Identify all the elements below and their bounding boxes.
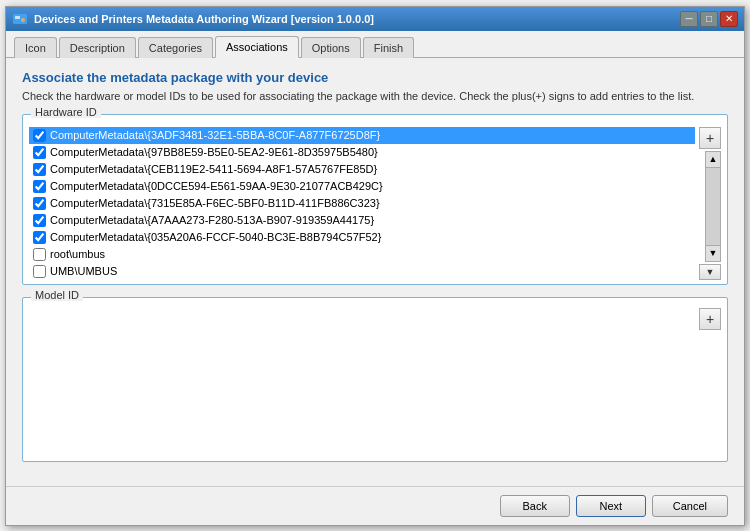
back-button[interactable]: Back <box>500 495 570 517</box>
hardware-scrollbar[interactable]: ▲ ▼ <box>705 151 721 262</box>
model-id-add-button[interactable]: + <box>699 308 721 330</box>
close-button[interactable]: ✕ <box>720 11 738 27</box>
tab-associations[interactable]: Associations <box>215 36 299 58</box>
hardware-list-item[interactable]: root\umbus <box>29 246 695 263</box>
hardware-list-item[interactable]: ComputerMetadata\{CEB119E2-5411-5694-A8F… <box>29 161 695 178</box>
tabs-bar: Icon Description Categories Associations… <box>6 31 744 58</box>
hardware-item-checkbox[interactable] <box>33 180 46 193</box>
scrollbar-down-button[interactable]: ▼ <box>706 245 720 261</box>
hardware-item-text: ComputerMetadata\{7315E85A-F6EC-5BF0-B11… <box>50 197 380 209</box>
section-description: Check the hardware or model IDs to be us… <box>22 89 728 104</box>
model-id-group: Model ID + <box>22 297 728 462</box>
hardware-item-checkbox[interactable] <box>33 248 46 261</box>
footer: Back Next Cancel <box>6 486 744 525</box>
tab-icon[interactable]: Icon <box>14 37 57 58</box>
hardware-list-container: ComputerMetadata\{3ADF3481-32E1-5BBA-8C0… <box>29 127 721 280</box>
hardware-item-checkbox[interactable] <box>33 214 46 227</box>
hardware-item-text: ComputerMetadata\{3ADF3481-32E1-5BBA-8C0… <box>50 129 380 141</box>
tab-description[interactable]: Description <box>59 37 136 58</box>
scrollbar-track <box>706 168 720 245</box>
hardware-item-text: root\umbus <box>50 248 105 260</box>
model-id-list[interactable] <box>29 308 695 368</box>
hardware-list-item[interactable]: ComputerMetadata\{7315E85A-F6EC-5BF0-B11… <box>29 195 695 212</box>
hardware-item-checkbox[interactable] <box>33 146 46 159</box>
tab-options[interactable]: Options <box>301 37 361 58</box>
hardware-list-item[interactable]: ComputerMetadata\{97BB8E59-B5E0-5EA2-9E6… <box>29 144 695 161</box>
hardware-item-checkbox[interactable] <box>33 163 46 176</box>
svg-point-2 <box>21 18 25 22</box>
next-button[interactable]: Next <box>576 495 646 517</box>
hardware-list-item[interactable]: ComputerMetadata\{035A20A6-FCCF-5040-BC3… <box>29 229 695 246</box>
tab-categories[interactable]: Categories <box>138 37 213 58</box>
hardware-item-text: ComputerMetadata\{97BB8E59-B5E0-5EA2-9E6… <box>50 146 378 158</box>
model-id-label: Model ID <box>31 289 83 301</box>
scrollbar-up-button[interactable]: ▲ <box>706 152 720 168</box>
list-scroll-down-button[interactable]: ▼ <box>699 264 721 280</box>
content-area: Associate the metadata package with your… <box>6 58 744 486</box>
title-bar-left: Devices and Printers Metadata Authoring … <box>12 11 374 27</box>
main-window: Devices and Printers Metadata Authoring … <box>5 6 745 526</box>
minimize-button[interactable]: ─ <box>680 11 698 27</box>
model-list-container: + <box>29 308 721 368</box>
hardware-item-text: ComputerMetadata\{CEB119E2-5411-5694-A8F… <box>50 163 377 175</box>
section-title: Associate the metadata package with your… <box>22 70 728 85</box>
hardware-item-checkbox[interactable] <box>33 231 46 244</box>
hardware-item-text: ComputerMetadata\{A7AAA273-F280-513A-B90… <box>50 214 374 226</box>
hardware-item-text: ComputerMetadata\{0DCCE594-E561-59AA-9E3… <box>50 180 383 192</box>
svg-rect-1 <box>15 16 20 19</box>
hardware-list-item[interactable]: ComputerMetadata\{A7AAA273-F280-513A-B90… <box>29 212 695 229</box>
hardware-list-item[interactable]: UMB\UMBUS <box>29 263 695 280</box>
svg-rect-0 <box>13 14 27 24</box>
cancel-button[interactable]: Cancel <box>652 495 728 517</box>
hardware-id-list[interactable]: ComputerMetadata\{3ADF3481-32E1-5BBA-8C0… <box>29 127 695 280</box>
hardware-list-item[interactable]: ComputerMetadata\{0DCCE594-E561-59AA-9E3… <box>29 178 695 195</box>
window-title: Devices and Printers Metadata Authoring … <box>34 13 374 25</box>
title-controls: ─ □ ✕ <box>680 11 738 27</box>
hardware-item-text: ComputerMetadata\{035A20A6-FCCF-5040-BC3… <box>50 231 381 243</box>
hardware-item-checkbox[interactable] <box>33 129 46 142</box>
hardware-item-checkbox[interactable] <box>33 197 46 210</box>
title-bar: Devices and Printers Metadata Authoring … <box>6 7 744 31</box>
tab-finish[interactable]: Finish <box>363 37 414 58</box>
hardware-id-label: Hardware ID <box>31 106 101 118</box>
hardware-item-checkbox[interactable] <box>33 265 46 278</box>
app-icon <box>12 11 28 27</box>
maximize-button[interactable]: □ <box>700 11 718 27</box>
hardware-item-text: UMB\UMBUS <box>50 265 117 277</box>
hardware-id-add-button[interactable]: + <box>699 127 721 149</box>
hardware-list-item[interactable]: ComputerMetadata\{3ADF3481-32E1-5BBA-8C0… <box>29 127 695 144</box>
hardware-id-group: Hardware ID ComputerMetadata\{3ADF3481-3… <box>22 114 728 285</box>
